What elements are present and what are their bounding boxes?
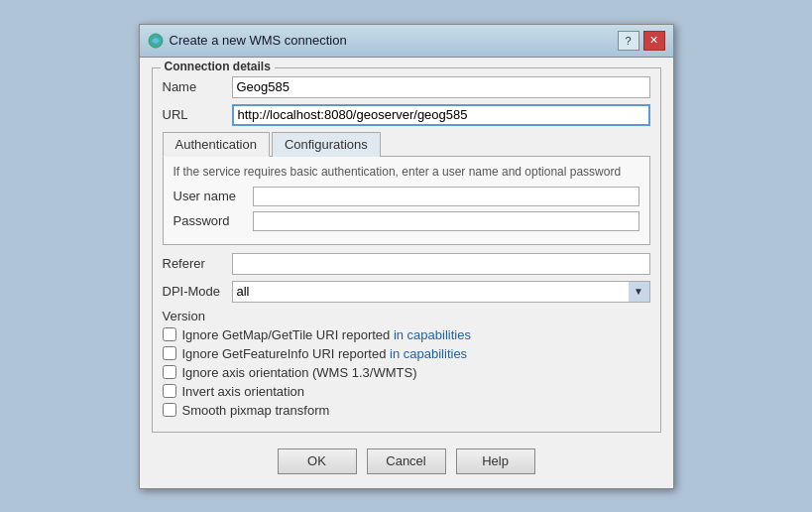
checkbox-getmap[interactable]: [163, 327, 176, 341]
titlebar-left: Create a new WMS connection: [148, 33, 347, 49]
auth-hint-text: If the service requires basic authentica…: [174, 165, 639, 179]
url-row: URL: [163, 104, 650, 126]
dpi-select-wrapper: all ▼: [232, 281, 650, 303]
highlight-capabilities-2: in capabilities: [390, 346, 467, 361]
checkbox-row-5: Smooth pixmap transform: [163, 403, 650, 418]
tab-content-authentication: If the service requires basic authentica…: [163, 156, 650, 245]
titlebar-buttons: ? ✕: [618, 31, 665, 51]
checkbox-axis-label[interactable]: Ignore axis orientation (WMS 1.3/WMTS): [182, 365, 417, 380]
button-row: OK Cancel Help: [152, 441, 661, 478]
cancel-button[interactable]: Cancel: [367, 448, 446, 474]
highlight-capabilities-1: in capabilities: [394, 327, 471, 342]
url-input[interactable]: [232, 104, 650, 126]
name-input[interactable]: [232, 76, 650, 98]
checkbox-row-2: Ignore GetFeatureInfo URI reported in ca…: [163, 346, 650, 361]
checkbox-smooth-pixmap[interactable]: [163, 403, 176, 417]
tab-bar: Authentication Configurations: [163, 132, 650, 157]
name-label: Name: [163, 79, 232, 94]
checkbox-row-3: Ignore axis orientation (WMS 1.3/WMTS): [163, 365, 650, 380]
titlebar: Create a new WMS connection ? ✕: [140, 25, 673, 58]
username-row: User name: [174, 187, 639, 206]
ok-button[interactable]: OK: [278, 448, 357, 474]
name-row: Name: [163, 76, 650, 98]
username-input[interactable]: [253, 187, 639, 206]
referer-input[interactable]: [232, 253, 650, 275]
group-label: Connection details: [161, 60, 275, 73]
app-icon: [148, 33, 164, 49]
referer-row: Referer: [163, 253, 650, 275]
checkbox-axis-orientation[interactable]: [163, 365, 176, 379]
tab-configurations[interactable]: Configurations: [272, 132, 381, 157]
connection-details-group: Connection details Name URL Authenticati…: [152, 67, 661, 433]
dpi-mode-select[interactable]: all: [232, 281, 650, 303]
password-label: Password: [174, 213, 253, 228]
main-window: Create a new WMS connection ? ✕ Connecti…: [139, 24, 674, 489]
checkbox-getfeatureinfo-label[interactable]: Ignore GetFeatureInfo URI reported in ca…: [182, 346, 468, 361]
checkbox-invert-label[interactable]: Invert axis orientation: [182, 384, 305, 399]
close-button[interactable]: ✕: [643, 31, 665, 51]
username-label: User name: [174, 189, 253, 203]
help-button[interactable]: Help: [456, 448, 535, 474]
checkbox-smooth-label[interactable]: Smooth pixmap transform: [182, 403, 330, 418]
referer-label: Referer: [163, 256, 232, 271]
version-label: Version: [163, 309, 650, 323]
url-label: URL: [163, 107, 232, 122]
password-row: Password: [174, 211, 639, 231]
content-area: Connection details Name URL Authenticati…: [140, 58, 673, 488]
checkbox-getmap-label[interactable]: Ignore GetMap/GetTile URI reported in ca…: [182, 327, 471, 342]
help-icon-button[interactable]: ?: [618, 31, 639, 51]
window-title: Create a new WMS connection: [170, 33, 347, 48]
tab-authentication[interactable]: Authentication: [163, 132, 270, 157]
checkbox-invert-axis[interactable]: [163, 384, 176, 398]
dpi-label: DPI-Mode: [163, 284, 232, 299]
checkbox-getfeatureinfo[interactable]: [163, 346, 176, 360]
dpi-row: DPI-Mode all ▼: [163, 281, 650, 303]
checkbox-row-4: Invert axis orientation: [163, 384, 650, 399]
checkbox-row-1: Ignore GetMap/GetTile URI reported in ca…: [163, 327, 650, 342]
password-input[interactable]: [253, 211, 639, 231]
